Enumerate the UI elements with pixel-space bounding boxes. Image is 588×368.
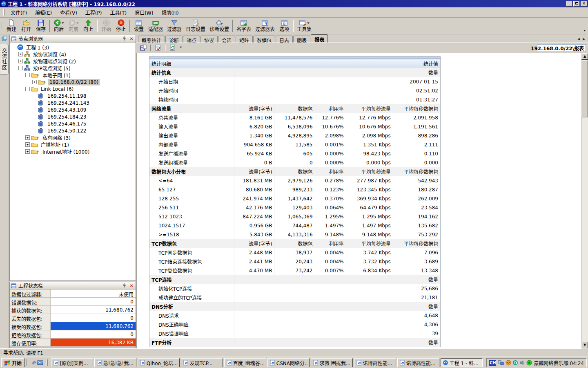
taskbar-task[interactable]: e百度_幽魂谷... <box>224 358 266 367</box>
scroll-down-icon[interactable]: ▼ <box>581 342 588 348</box>
mail-quicklaunch-icon[interactable] <box>37 360 44 366</box>
toolbar-overflow-button[interactable]: ▾ <box>582 18 587 34</box>
expand-icon[interactable]: + <box>25 149 30 154</box>
tree-item[interactable]: −按IP端点浏览 (5) <box>11 65 135 72</box>
menu-item-tools[interactable]: 工具(T) <box>106 7 131 18</box>
refresh-dropdown-icon[interactable] <box>180 47 182 49</box>
menu-item-file[interactable]: 文件(F) <box>7 7 31 18</box>
tree-item[interactable]: 169.254.184.23 <box>11 113 135 120</box>
adapter-button[interactable]: 适配器 <box>146 18 165 34</box>
options-button[interactable]: 选项 <box>277 18 292 34</box>
expand-icon[interactable]: + <box>25 135 30 140</box>
log-settings-button[interactable]: 日志设置 <box>184 18 207 34</box>
expand-icon[interactable]: + <box>18 52 23 56</box>
up-button[interactable]: 向上 <box>81 18 96 34</box>
tree-item[interactable]: +按协议浏览 (4) <box>11 51 135 58</box>
taskbar-task[interactable]: eQihoo_论坛... <box>138 358 180 367</box>
diagnosis-settings-button[interactable]: 诊断设置 <box>207 18 231 34</box>
tab-scroll-left-icon[interactable]: ◄ <box>576 37 581 41</box>
taskbar-task[interactable]: e诺博高性能... <box>354 358 396 367</box>
expand-icon[interactable]: + <box>18 59 23 63</box>
taskbar-task[interactable]: e诺博高性能... <box>397 358 439 367</box>
tab-协议[interactable]: 协议 <box>200 36 218 43</box>
community-tab[interactable]: 交流社区 <box>0 44 9 75</box>
collapse-icon[interactable]: − <box>18 66 23 70</box>
vertical-scrollbar[interactable]: ▲ ▼ <box>581 53 588 348</box>
tree-item[interactable]: +按物理端点浏览 (2) <box>11 58 135 65</box>
tree-item[interactable]: +Internet地址 (1000) <box>11 148 135 155</box>
ie-quicklaunch-icon[interactable]: e <box>32 360 36 365</box>
taskbar-task[interactable]: 工程 1 - 科... <box>441 358 483 367</box>
tab-矩阵[interactable]: 矩阵 <box>236 36 253 43</box>
ie-icon: e <box>356 360 362 366</box>
forward-dropdown-icon[interactable] <box>76 22 79 25</box>
taskbar-task[interactable]: e求救 困扰我... <box>311 358 353 367</box>
new-button[interactable]: 新建 <box>4 18 19 34</box>
face-icon[interactable] <box>506 360 511 366</box>
taskbar-task[interactable]: eCSNA网络分... <box>267 358 310 367</box>
scroll-up-icon[interactable]: ▲ <box>581 53 588 60</box>
stop-button[interactable]: 停止 <box>114 18 128 34</box>
taskbar-task[interactable]: e发现TCP... <box>181 358 223 367</box>
tab-图表[interactable]: 图表 <box>293 36 310 43</box>
report-path-box[interactable]: 192.168.0.0/22\报表 <box>537 44 586 52</box>
tree-item[interactable]: −Link Local (6) <box>11 85 135 92</box>
tab-会话[interactable]: 会话 <box>218 36 235 43</box>
collapse-icon[interactable]: − <box>25 73 30 77</box>
green-dot-icon[interactable] <box>526 360 532 366</box>
taskbar-task[interactable]: e急!急!急!我... <box>94 358 136 367</box>
close-button[interactable]: × <box>581 1 587 7</box>
pin-icon[interactable] <box>121 283 127 289</box>
refresh-report-button[interactable] <box>168 44 178 52</box>
tab-诊断[interactable]: 诊断 <box>165 36 183 43</box>
toolset-dropdown-icon[interactable] <box>307 22 310 25</box>
filter-button[interactable]: 过滤器 <box>165 18 184 34</box>
close-panel-icon[interactable]: × <box>129 36 134 42</box>
restore-button[interactable] <box>573 1 580 7</box>
menu-item-help[interactable]: 帮助(H) <box>157 7 183 18</box>
tree-item[interactable]: +私有网络 (3) <box>11 134 135 141</box>
pin-icon[interactable] <box>121 36 127 42</box>
tree-item[interactable]: 169.254.43.109 <box>11 106 135 113</box>
name-table-button[interactable]: 名字表 <box>234 18 253 34</box>
network-icon[interactable] <box>498 360 504 366</box>
volume-icon[interactable] <box>519 360 525 366</box>
settings-button[interactable]: 设置 <box>131 18 146 34</box>
tree-item[interactable]: −本地子网 (1) <box>11 72 135 79</box>
player-icon[interactable]: D <box>512 360 518 366</box>
tab-端点[interactable]: 端点 <box>183 36 200 43</box>
tree-item[interactable]: 169.254.46.175 <box>11 120 135 127</box>
language-indicator[interactable]: CH <box>489 360 496 366</box>
tree-item[interactable]: 169.254.11.198 <box>11 92 135 99</box>
filter-table-button[interactable]: 过滤器表 <box>253 18 277 34</box>
tab-报表[interactable]: 报表 <box>311 34 328 43</box>
toolset-button[interactable]: 工具集 <box>295 18 314 34</box>
open-button[interactable]: 打开 <box>19 18 33 34</box>
start-button[interactable]: 开始 <box>1 358 24 367</box>
back-button[interactable]: 向后 <box>51 18 66 34</box>
save-report-button[interactable] <box>138 44 148 52</box>
back-dropdown-icon[interactable] <box>62 22 64 25</box>
expand-icon[interactable]: + <box>32 80 37 84</box>
menu-item-project[interactable]: 工程(P) <box>81 7 106 18</box>
close-panel-icon[interactable]: × <box>129 283 134 289</box>
tab-数据包[interactable]: 数据包 <box>253 36 275 43</box>
tab-日志[interactable]: 日志 <box>276 36 293 43</box>
collapse-icon[interactable]: − <box>25 87 30 91</box>
tab-scroll-right-icon[interactable]: ► <box>582 37 586 41</box>
tree-item[interactable]: 169.254.50.122 <box>11 127 135 134</box>
menu-item-window[interactable]: 窗口(W) <box>131 7 157 18</box>
minimize-button[interactable]: _ <box>566 1 572 7</box>
tree-item[interactable]: 工程 1 (3) <box>11 44 135 51</box>
scroll-thumb[interactable] <box>581 60 588 117</box>
menu-item-edit[interactable]: 编辑(E) <box>31 7 56 18</box>
validate-report-button[interactable] <box>153 44 163 52</box>
tree-item[interactable]: +192.168.0.0/22 (80) <box>11 79 135 85</box>
tree-item[interactable]: +广播地址 (1) <box>11 141 135 148</box>
tree-item[interactable]: 169.254.241.143 <box>11 99 135 106</box>
tab-概要统计[interactable]: 概要统计 <box>138 36 165 43</box>
save-button[interactable]: 保存 <box>33 18 48 34</box>
menu-item-view[interactable]: 查看(V) <box>56 7 81 18</box>
expand-icon[interactable]: + <box>25 142 30 147</box>
taskbar-task[interactable]: e[原创]案例... <box>51 358 93 367</box>
